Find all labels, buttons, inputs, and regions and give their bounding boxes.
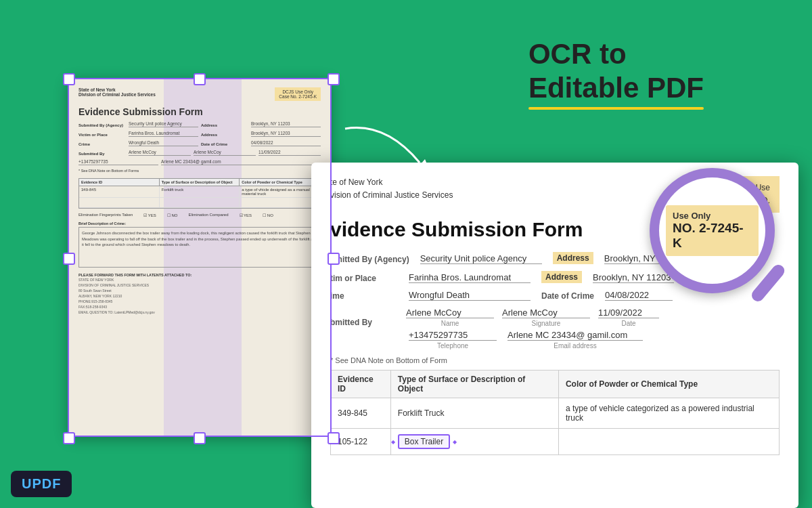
small-case-no: Case No. 2-7245-K bbox=[279, 94, 317, 99]
large-dna-note: * See DNA Note on Bottom of Form bbox=[330, 356, 780, 364]
small-form-title: Evidence Submission Form bbox=[78, 106, 321, 117]
small-elim-compared-label: Elimination Compared bbox=[189, 213, 229, 217]
table-row: 105-122 Box Trailer bbox=[331, 429, 780, 455]
small-yes-1: ☑ YES bbox=[143, 213, 156, 217]
large-email-value: Arlene MC 23434@ gamil.com bbox=[508, 330, 643, 341]
small-crime-value: Wrongful Death bbox=[129, 140, 198, 146]
small-sig-value: Arlene McCoy bbox=[194, 150, 256, 156]
small-td-empty-id bbox=[79, 198, 160, 207]
small-dna-note: * See DNA Note on Bottom of Forms bbox=[78, 169, 321, 173]
title-underline bbox=[528, 107, 704, 110]
small-victim-value: Farinha Bros. Laundromat bbox=[129, 131, 198, 137]
small-th-2: Type of Surface or Description of Object bbox=[160, 179, 240, 186]
small-doc-value: 04/08/2022 bbox=[251, 140, 321, 146]
small-yes-2: ☑ YES bbox=[240, 213, 252, 217]
large-crime-label: ime bbox=[330, 291, 398, 301]
magnifier: Use Only NO. 2-7245-K bbox=[650, 168, 792, 310]
small-case-box: DCJS Use Only Case No. 2-7245-K bbox=[275, 87, 321, 101]
logo-df: DF bbox=[42, 476, 62, 491]
large-name-sublabel: Name bbox=[406, 320, 494, 327]
small-description: George Johnson disconnected the box trai… bbox=[78, 227, 321, 268]
large-td-color-2 bbox=[558, 429, 779, 455]
small-td-empty-color bbox=[240, 198, 320, 207]
small-th-1: Evidence ID bbox=[79, 179, 160, 186]
small-doc-content: State of New York Division of Criminal J… bbox=[69, 79, 330, 323]
handle-right-mid[interactable] bbox=[328, 253, 340, 265]
magnifier-circle: Use Only NO. 2-7245-K bbox=[650, 168, 775, 293]
large-td-color-1: a type of vehicle categorized as a power… bbox=[558, 398, 779, 429]
handle-top-mid[interactable] bbox=[194, 73, 206, 85]
large-name-value: Arlene McCoy bbox=[406, 308, 494, 318]
small-date-value: 11/09/2022 bbox=[258, 150, 321, 156]
large-td-id-1: 349-845 bbox=[331, 398, 391, 429]
ocr-title: OCR to Editable PDF bbox=[528, 37, 704, 110]
table-row: 349-845 Forklift Truck a type of vehicle… bbox=[331, 398, 780, 429]
large-td-type-2: Box Trailer bbox=[390, 429, 558, 455]
small-address-value1: Brooklyn, NY 11203 bbox=[251, 121, 321, 127]
large-submitted-value: Security Unit police Agency bbox=[420, 253, 542, 264]
small-th-3: Color of Powder or Chemical Type bbox=[240, 179, 320, 186]
magnifier-content: Use Only NO. 2-7245-K bbox=[659, 198, 765, 263]
large-victim-value: Farinha Bros. Laundromat bbox=[409, 272, 531, 283]
ocr-title-line2: Editable PDF bbox=[528, 72, 704, 104]
evidence-table: Evidence ID Type of Surface or Descripti… bbox=[330, 370, 780, 455]
arrow-icon bbox=[332, 115, 440, 196]
small-submitted-value: Security Unit police Agency bbox=[129, 121, 198, 127]
small-address-label1: Address bbox=[201, 123, 248, 127]
small-state: State of New York bbox=[78, 87, 156, 92]
small-evidence-table: Evidence ID Type of Surface or Descripti… bbox=[78, 178, 321, 209]
small-checkbox-section: Elimination Fingerprints Taken ☑ YES ☐ N… bbox=[78, 213, 321, 217]
small-crime-label: Crime bbox=[78, 142, 126, 146]
handle-top-left[interactable] bbox=[63, 73, 75, 85]
handle-bottom-right[interactable] bbox=[328, 432, 340, 444]
small-email-value: Arlene MC 23434@ gamil.com bbox=[161, 159, 321, 165]
handle-bottom-mid[interactable] bbox=[194, 432, 206, 444]
small-no-2: ☐ NO bbox=[263, 213, 273, 217]
small-address-value2: Brooklyn, NY 11203 bbox=[251, 131, 321, 137]
large-doc-label: Date of Crime bbox=[541, 291, 594, 301]
small-address-label2: Address bbox=[201, 133, 248, 137]
large-th-2: Type of Surface or Description of Object bbox=[390, 371, 558, 398]
small-no-1: ☐ NO bbox=[167, 213, 178, 217]
small-doc-label: Date of Crime bbox=[201, 142, 248, 146]
handle-bottom-left[interactable] bbox=[63, 432, 75, 444]
large-submitted-label: bmitted By (Agency) bbox=[330, 255, 409, 264]
large-crime-value: Wrongful Death bbox=[409, 290, 531, 301]
large-phone-value: +13475297735 bbox=[409, 330, 497, 341]
table-row bbox=[79, 198, 320, 208]
handle-left-mid[interactable] bbox=[63, 253, 75, 265]
table-row: 349-845 Forklift truck a type of vhicle … bbox=[79, 186, 320, 198]
ocr-title-line1: OCR to bbox=[528, 38, 627, 70]
large-sig-value: Arlene McCoy bbox=[502, 308, 590, 318]
small-elim-fp-label: Elimination Fingerprints Taken bbox=[78, 213, 133, 217]
large-submitted-by2-label: bmitted By bbox=[330, 318, 398, 327]
small-td-empty-type bbox=[160, 198, 240, 207]
small-submitted-label: Submitted By (Agency) bbox=[78, 123, 126, 127]
magnifier-case-number: NO. 2-7245-K bbox=[673, 221, 752, 251]
small-desc-label: Brief Description of Crime: bbox=[78, 221, 321, 226]
small-dcjs-label: DCJS Use Only bbox=[279, 89, 317, 94]
handle-top-right[interactable] bbox=[328, 73, 340, 85]
large-td-type-1: Forklift Truck bbox=[390, 398, 558, 429]
small-address-block: STATE OF NEW YORK DIVISION OF CRIMINAL J… bbox=[78, 277, 321, 315]
magnifier-use-only: Use Only bbox=[673, 211, 752, 221]
large-date-sublabel: Date bbox=[598, 320, 659, 327]
large-address-label2: Address bbox=[541, 271, 582, 283]
large-th-3: Color of Powder or Chemical Type bbox=[558, 371, 779, 398]
small-name-value: Arlene McCoy bbox=[129, 150, 191, 156]
updf-logo: UPDF bbox=[11, 471, 72, 497]
large-address-label1: Address bbox=[553, 252, 593, 264]
small-td-id: 349-845 bbox=[79, 186, 160, 197]
small-td-color: a type of vhicle designed as a manual ma… bbox=[240, 186, 320, 197]
large-phone-sublabel: Telephone bbox=[409, 342, 497, 350]
large-th-1: Evidence ID bbox=[331, 371, 391, 398]
small-division: Division of Criminal Justice Services bbox=[78, 92, 156, 97]
small-submitted-by2-label: Submitted By bbox=[78, 152, 126, 156]
small-victim-label: Victim or Place bbox=[78, 133, 126, 137]
large-victim-label: tim or Place bbox=[330, 274, 398, 283]
large-email-sublabel: Email address bbox=[508, 342, 643, 350]
small-phone-value: +13475297735 bbox=[78, 159, 158, 165]
box-trailer-highlight: Box Trailer bbox=[398, 434, 450, 449]
logo-up: UP bbox=[22, 476, 42, 491]
large-sig-sublabel: Signature bbox=[502, 320, 590, 327]
